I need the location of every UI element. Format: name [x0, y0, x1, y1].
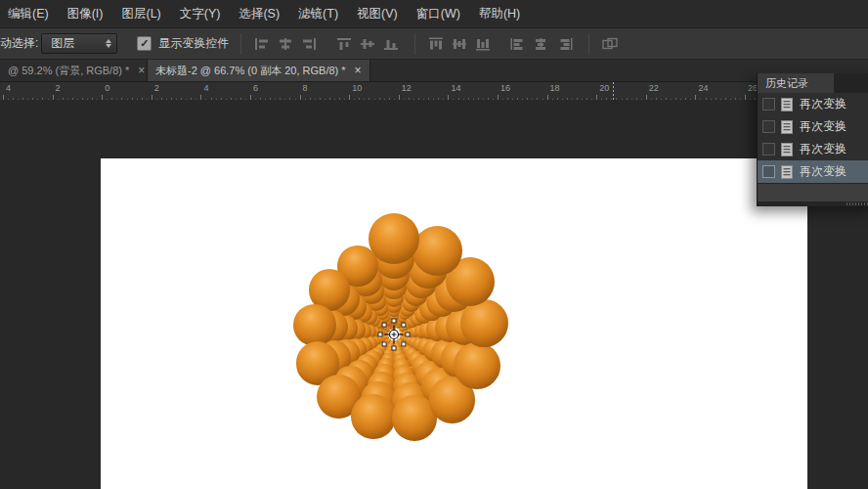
menu-item-0[interactable]: 编辑(E) — [8, 6, 49, 22]
distribute-hcenter-button[interactable] — [530, 33, 553, 55]
distribute-vcenter-icon — [452, 37, 467, 51]
align-right-button[interactable] — [297, 33, 321, 55]
history-state-page-icon — [781, 143, 793, 156]
document-tabs: @ 59.2% (背景, RGB/8) * × 未标题-2 @ 66.7% (0… — [0, 60, 868, 82]
distribute-left-button[interactable] — [506, 33, 530, 55]
document-canvas[interactable]: ✱ — [101, 158, 807, 489]
align-hcenter-button[interactable] — [274, 33, 297, 55]
history-panel-footer: ✸ — [758, 183, 868, 201]
distribute-right-button[interactable] — [553, 33, 577, 55]
history-state-label: 再次变换 — [800, 141, 846, 157]
distribute-top-icon — [428, 37, 444, 51]
transform-reference-point[interactable] — [372, 313, 415, 356]
options-separator — [414, 33, 415, 55]
distribute-tools-group — [424, 33, 577, 55]
menu-item-5[interactable]: 滤镜(T) — [298, 6, 338, 22]
history-state-row-2[interactable]: 再次变换 — [758, 138, 868, 160]
dropdown-value: 图层 — [51, 35, 74, 52]
history-state-row-0[interactable]: 再次变换 — [758, 93, 868, 115]
align-tools-group — [250, 33, 403, 55]
tab-title: @ 59.2% (背景, RGB/8) * — [8, 64, 129, 78]
align-top-icon — [336, 37, 352, 51]
panel-resize-grip-icon[interactable] — [846, 202, 868, 205]
ruler-label: 16 — [500, 83, 510, 93]
auto-select-label: 动选择: — [0, 35, 38, 52]
ruler-label: 22 — [649, 83, 659, 93]
ruler-label: 6 — [253, 83, 258, 93]
orange-sphere — [369, 213, 419, 264]
ruler-label: 20 — [599, 83, 609, 93]
menu-item-3[interactable]: 文字(Y) — [180, 6, 221, 22]
canvas-corner-mark: ✱ — [95, 152, 101, 159]
reference-point-icon — [385, 326, 404, 344]
history-state-label: 再次变换 — [800, 96, 846, 112]
history-state-page-icon — [781, 165, 793, 179]
history-brush-well[interactable] — [762, 98, 775, 111]
ruler-label: 18 — [550, 83, 560, 93]
distribute-left-icon — [510, 37, 526, 51]
menu-item-7[interactable]: 窗口(W) — [416, 6, 460, 22]
distribute-hcenter-icon — [534, 37, 549, 51]
history-state-label: 再次变换 — [800, 163, 846, 180]
ruler-label: 4 — [203, 83, 208, 93]
options-separator — [240, 33, 241, 55]
history-panel-header: 历史记录 — [758, 73, 868, 93]
history-state-list: 再次变换再次变换再次变换再次变换 — [758, 93, 868, 183]
history-brush-well[interactable] — [762, 143, 775, 156]
align-hcenter-icon — [278, 37, 293, 51]
orange-sphere — [351, 394, 396, 439]
history-panel-edge — [758, 201, 868, 206]
history-brush-well[interactable] — [762, 165, 775, 178]
auto-align-button[interactable] — [598, 33, 622, 55]
history-brush-well[interactable] — [762, 120, 775, 133]
tab-close-icon[interactable]: × — [138, 64, 145, 77]
ruler-label: 2 — [56, 83, 61, 93]
history-state-row-1[interactable]: 再次变换 — [758, 115, 868, 138]
history-state-label: 再次变换 — [800, 118, 846, 135]
distribute-right-icon — [557, 37, 573, 51]
ruler-cursor-indicator — [613, 82, 614, 102]
history-panel: 历史记录 再次变换再次变换再次变换再次变换 ✸ — [757, 73, 868, 206]
canvas-work-area: ✱ — [0, 100, 868, 489]
distribute-vcenter-button[interactable] — [448, 33, 471, 55]
align-top-button[interactable] — [332, 33, 356, 55]
menu-item-2[interactable]: 图层(L) — [121, 6, 160, 22]
show-transform-controls-checkbox[interactable]: ✓ 显示变换控件 — [137, 35, 229, 52]
menu-item-4[interactable]: 选择(S) — [239, 6, 280, 22]
orange-sphere — [293, 304, 335, 346]
tab-title: 未标题-2 @ 66.7% (0 副本 20, RGB/8) * — [155, 64, 346, 78]
document-tab-background[interactable]: @ 59.2% (背景, RGB/8) * × — [0, 60, 148, 81]
history-state-page-icon — [781, 98, 793, 111]
distribute-top-button[interactable] — [424, 33, 448, 55]
ruler-label: 12 — [402, 83, 412, 93]
ruler-label: 8 — [303, 83, 308, 93]
menu-item-6[interactable]: 视图(V) — [357, 6, 398, 22]
menu-item-1[interactable]: 图像(I) — [67, 6, 104, 22]
align-vcenter-icon — [360, 37, 375, 51]
auto-select-scope-dropdown[interactable]: 图层 — [41, 33, 117, 54]
align-bottom-button[interactable] — [379, 33, 403, 55]
ruler-label: 14 — [451, 83, 460, 93]
align-vcenter-button[interactable] — [356, 33, 379, 55]
auto-align-icon — [602, 37, 618, 51]
orange-sphere — [460, 299, 508, 347]
distribute-bottom-button[interactable] — [471, 33, 495, 55]
tab-close-icon[interactable]: × — [355, 64, 362, 77]
align-bottom-icon — [383, 37, 399, 51]
auto-align-group — [598, 33, 622, 55]
history-panel-tab[interactable]: 历史记录 — [758, 73, 834, 93]
distribute-bottom-icon — [475, 37, 491, 51]
menu-bar: 编辑(E)图像(I)图层(L)文字(Y)选择(S)滤镜(T)视图(V)窗口(W)… — [0, 0, 868, 28]
ruler-label: 0 — [105, 83, 109, 93]
options-bar: 动选择: 图层 ✓ 显示变换控件 — [0, 28, 868, 60]
align-left-button[interactable] — [250, 33, 274, 55]
ruler-label: 4 — [6, 83, 11, 93]
document-tab-untitled-2[interactable]: 未标题-2 @ 66.7% (0 副本 20, RGB/8) * × — [148, 60, 370, 81]
history-state-row-3[interactable]: 再次变换 — [758, 160, 868, 183]
align-right-icon — [301, 37, 317, 51]
options-separator — [588, 33, 589, 55]
ruler-label: 24 — [698, 83, 708, 93]
ruler-label: 10 — [352, 83, 362, 93]
menu-item-8[interactable]: 帮助(H) — [479, 6, 520, 22]
history-state-page-icon — [781, 120, 793, 134]
